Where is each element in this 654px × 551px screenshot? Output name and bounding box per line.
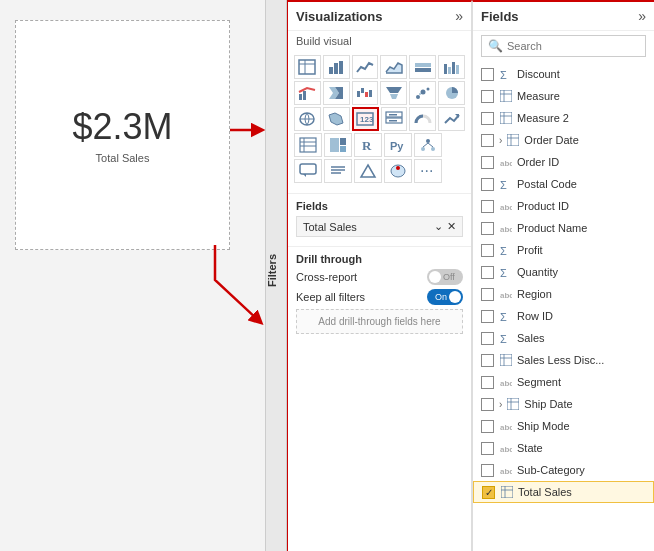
field-item[interactable]: ›Ship Date xyxy=(473,393,654,415)
field-type-icon: Σ xyxy=(499,243,513,257)
viz-row-5: ··· xyxy=(294,159,465,183)
pill-remove-icon[interactable]: ✕ xyxy=(447,220,456,233)
field-name-label: Discount xyxy=(517,68,560,80)
field-checkbox[interactable] xyxy=(481,156,494,169)
viz-btn-ribbon[interactable] xyxy=(323,81,350,105)
viz-btn-map[interactable] xyxy=(294,107,321,131)
viz-btn-shape[interactable] xyxy=(354,159,382,183)
viz-btn-scatter[interactable] xyxy=(409,81,436,105)
viz-btn-narrative[interactable] xyxy=(324,159,352,183)
fields-search-box[interactable]: 🔍 xyxy=(481,35,646,57)
field-item[interactable]: ΣQuantity xyxy=(473,261,654,283)
viz-btn-waterfall[interactable] xyxy=(352,81,379,105)
field-type-icon xyxy=(499,111,513,125)
field-item[interactable]: abcSub-Category xyxy=(473,459,654,481)
viz-types-grid: 123 R xyxy=(288,51,471,189)
search-input[interactable] xyxy=(507,40,639,52)
viz-btn-funnel[interactable] xyxy=(380,81,407,105)
field-checkbox[interactable] xyxy=(481,464,494,477)
field-item[interactable]: ›Order Date xyxy=(473,129,654,151)
field-checkbox[interactable]: ✓ xyxy=(482,486,495,499)
field-item[interactable]: ΣPostal Code xyxy=(473,173,654,195)
field-checkbox[interactable] xyxy=(481,134,494,147)
field-item[interactable]: ΣProfit xyxy=(473,239,654,261)
viz-btn-treemap[interactable] xyxy=(324,133,352,157)
field-checkbox[interactable] xyxy=(481,68,494,81)
search-icon: 🔍 xyxy=(488,39,503,53)
field-name-label: Postal Code xyxy=(517,178,577,190)
field-type-icon: abc xyxy=(499,419,513,433)
viz-btn-kpi[interactable] xyxy=(438,107,465,131)
viz-btn-card[interactable]: 123 xyxy=(352,107,379,131)
field-item[interactable]: abcOrder ID xyxy=(473,151,654,173)
viz-row-1 xyxy=(294,55,465,79)
filters-panel[interactable]: Filters xyxy=(265,0,287,551)
field-item[interactable]: Measure 2 xyxy=(473,107,654,129)
viz-btn-custom[interactable]: ··· xyxy=(414,159,442,183)
field-checkbox[interactable] xyxy=(481,310,494,323)
viz-btn-stacked[interactable] xyxy=(409,55,436,79)
viz-btn-multibar[interactable] xyxy=(438,55,465,79)
viz-btn-linebar[interactable] xyxy=(294,81,321,105)
field-expand-icon[interactable]: › xyxy=(499,135,502,146)
fields-panel-expand-icon[interactable]: » xyxy=(638,8,646,24)
viz-btn-matrix[interactable] xyxy=(294,133,322,157)
field-item[interactable]: abcSegment xyxy=(473,371,654,393)
field-checkbox[interactable] xyxy=(481,244,494,257)
field-checkbox[interactable] xyxy=(481,112,494,125)
viz-btn-azuremap[interactable] xyxy=(384,159,412,183)
viz-btn-r[interactable]: R xyxy=(354,133,382,157)
field-item[interactable]: Sales Less Disc... xyxy=(473,349,654,371)
cross-report-toggle[interactable]: Off xyxy=(427,269,463,285)
field-item[interactable]: abcState xyxy=(473,437,654,459)
field-checkbox[interactable] xyxy=(481,332,494,345)
viz-btn-pie[interactable] xyxy=(438,81,465,105)
field-checkbox[interactable] xyxy=(481,266,494,279)
field-type-icon: Σ xyxy=(499,331,513,345)
field-checkbox[interactable] xyxy=(481,442,494,455)
field-checkbox[interactable] xyxy=(481,200,494,213)
field-checkbox[interactable] xyxy=(481,376,494,389)
viz-btn-area[interactable] xyxy=(380,55,407,79)
field-checkbox[interactable] xyxy=(481,354,494,367)
field-checkbox[interactable] xyxy=(481,178,494,191)
field-item[interactable]: abcProduct ID xyxy=(473,195,654,217)
svg-rect-12 xyxy=(456,65,459,74)
viz-btn-py[interactable]: Py xyxy=(384,133,412,157)
field-item[interactable]: ΣDiscount xyxy=(473,63,654,85)
field-item[interactable]: ΣSales xyxy=(473,327,654,349)
field-name-label: Order Date xyxy=(524,134,578,146)
field-checkbox[interactable] xyxy=(481,398,494,411)
viz-btn-table[interactable] xyxy=(294,55,321,79)
keep-filters-toggle[interactable]: On xyxy=(427,289,463,305)
pill-chevron-icon[interactable]: ⌄ xyxy=(434,220,443,233)
field-checkbox[interactable] xyxy=(481,90,494,103)
viz-btn-multirow[interactable] xyxy=(381,107,408,131)
drill-fields-placeholder[interactable]: Add drill-through fields here xyxy=(296,309,463,334)
viz-btn-bar[interactable] xyxy=(323,55,350,79)
field-item[interactable]: abcRegion xyxy=(473,283,654,305)
viz-field-pill-totalsales[interactable]: Total Sales ⌄ ✕ xyxy=(296,216,463,237)
field-name-label: Row ID xyxy=(517,310,553,322)
field-name-label: Product Name xyxy=(517,222,587,234)
field-type-icon: abc xyxy=(499,221,513,235)
viz-btn-line[interactable] xyxy=(352,55,379,79)
field-checkbox[interactable] xyxy=(481,420,494,433)
field-name-label: Measure 2 xyxy=(517,112,569,124)
field-checkbox[interactable] xyxy=(481,288,494,301)
viz-btn-gauge[interactable] xyxy=(409,107,436,131)
field-item[interactable]: ΣRow ID xyxy=(473,305,654,327)
svg-text:123: 123 xyxy=(360,115,374,124)
viz-panel-expand-icon[interactable]: » xyxy=(455,8,463,24)
field-checkbox[interactable] xyxy=(481,222,494,235)
viz-btn-qanda[interactable] xyxy=(294,159,322,183)
field-item[interactable]: abcShip Mode xyxy=(473,415,654,437)
field-item[interactable]: abcProduct Name xyxy=(473,217,654,239)
visual-card[interactable]: $2.3M Total Sales xyxy=(15,20,230,250)
viz-btn-decomp[interactable] xyxy=(414,133,442,157)
viz-btn-filled-map[interactable] xyxy=(323,107,350,131)
field-item[interactable]: ✓Total Sales xyxy=(473,481,654,503)
field-expand-icon[interactable]: › xyxy=(499,399,502,410)
field-item[interactable]: Measure xyxy=(473,85,654,107)
svg-rect-4 xyxy=(329,67,333,74)
